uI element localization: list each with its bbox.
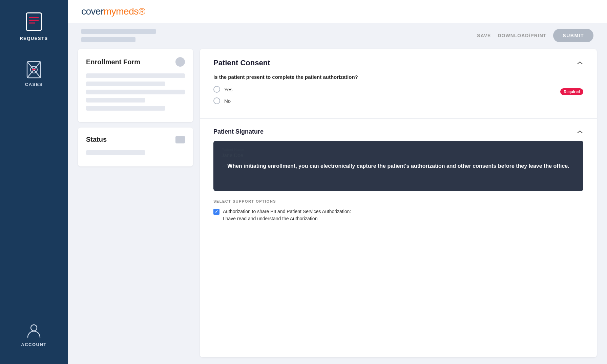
sidebar-item-cases[interactable]: CASES <box>0 49 68 94</box>
cloud-icon <box>175 57 185 67</box>
status-card-header: Status <box>86 136 185 143</box>
enrollment-form-header: Enrollment Form <box>86 57 185 67</box>
screen-icon <box>175 136 185 143</box>
status-title: Status <box>86 136 107 143</box>
header: covermymeds® <box>68 0 607 23</box>
download-button[interactable]: DOWNLOAD/PRINT <box>498 33 546 38</box>
consent-question: Is the patient present to complete the p… <box>213 74 583 80</box>
left-panel: Enrollment Form Status <box>78 49 193 357</box>
placeholder-line <box>86 82 165 86</box>
signature-overlay-message: When initiating enrollment, you can elec… <box>227 162 569 170</box>
sidebar-item-requests[interactable]: REQUESTS <box>0 0 68 49</box>
patient-consent-title: Patient Consent <box>213 59 270 67</box>
enrollment-form-card: Enrollment Form <box>78 49 193 122</box>
requests-icon <box>23 10 45 32</box>
signature-title: Patient Signature <box>213 128 264 135</box>
logo: covermymeds® <box>81 6 145 17</box>
patient-signature-section: Patient Signature Patient Name Jane Doe … <box>200 119 597 191</box>
placeholder-line <box>86 98 145 103</box>
no-radio[interactable] <box>213 97 220 104</box>
collapse-consent-button[interactable] <box>577 60 583 66</box>
placeholder-line <box>86 73 185 78</box>
right-panel: Patient Consent Is the patient present t… <box>200 49 597 357</box>
no-radio-option[interactable]: No <box>213 97 583 104</box>
authorization-checkbox[interactable]: ✓ <box>213 209 219 215</box>
svg-point-10 <box>31 325 37 331</box>
logo-mymeds: mymeds <box>104 6 139 17</box>
authorization-checkbox-row[interactable]: ✓ Authorization to share PII and Patient… <box>213 208 583 222</box>
breadcrumb-bar-2 <box>81 37 135 42</box>
signature-header: Patient Signature <box>213 128 583 135</box>
requests-label: REQUESTS <box>20 36 48 41</box>
yes-radio[interactable] <box>213 86 220 93</box>
patient-consent-section: Patient Consent Is the patient present t… <box>200 49 597 119</box>
toolbar-actions: SAVE DOWNLOAD/PRINT SUBMIT <box>477 29 593 42</box>
logo-cover: cover <box>81 6 104 17</box>
panels-area: Enrollment Form Status <box>68 46 607 364</box>
yes-option-row: Yes Required <box>213 86 583 97</box>
enrollment-form-title: Enrollment Form <box>86 58 140 66</box>
collapse-signature-button[interactable] <box>577 129 583 135</box>
support-options-label: SELECT SUPPORT OPTIONS <box>213 199 583 203</box>
breadcrumb-bar-1 <box>81 29 156 34</box>
save-button[interactable]: SAVE <box>477 33 491 38</box>
yes-radio-option[interactable]: Yes <box>213 86 560 93</box>
yes-label: Yes <box>224 87 232 92</box>
placeholder-line <box>86 150 145 155</box>
cases-icon <box>24 60 43 78</box>
checkmark-icon: ✓ <box>215 209 218 214</box>
required-badge: Required <box>560 88 583 95</box>
signature-card: Patient Name Jane Doe Legal Guardian Ema… <box>213 141 583 191</box>
no-label: No <box>224 98 231 104</box>
signature-overlay: When initiating enrollment, you can elec… <box>213 141 583 191</box>
patient-consent-header: Patient Consent <box>213 59 583 67</box>
submit-button[interactable]: SUBMIT <box>553 29 593 42</box>
sidebar: REQUESTS CASES ACCOUNT <box>0 0 68 364</box>
account-icon <box>26 322 42 339</box>
sidebar-item-account[interactable]: ACCOUNT <box>0 316 68 354</box>
breadcrumb <box>81 29 156 42</box>
placeholder-line <box>86 106 165 111</box>
cases-label: CASES <box>25 82 43 87</box>
placeholder-line <box>86 90 185 94</box>
account-label: ACCOUNT <box>21 342 47 347</box>
logo-dot: ® <box>139 6 145 17</box>
authorization-checkbox-text: Authorization to share PII and Patient S… <box>223 208 351 222</box>
support-options-section: SELECT SUPPORT OPTIONS ✓ Authorization t… <box>200 191 597 230</box>
main-content: covermymeds® SAVE DOWNLOAD/PRINT SUBMIT … <box>68 0 607 364</box>
status-card: Status <box>78 128 193 166</box>
svg-rect-0 <box>26 13 41 30</box>
toolbar-area: SAVE DOWNLOAD/PRINT SUBMIT <box>68 23 607 46</box>
